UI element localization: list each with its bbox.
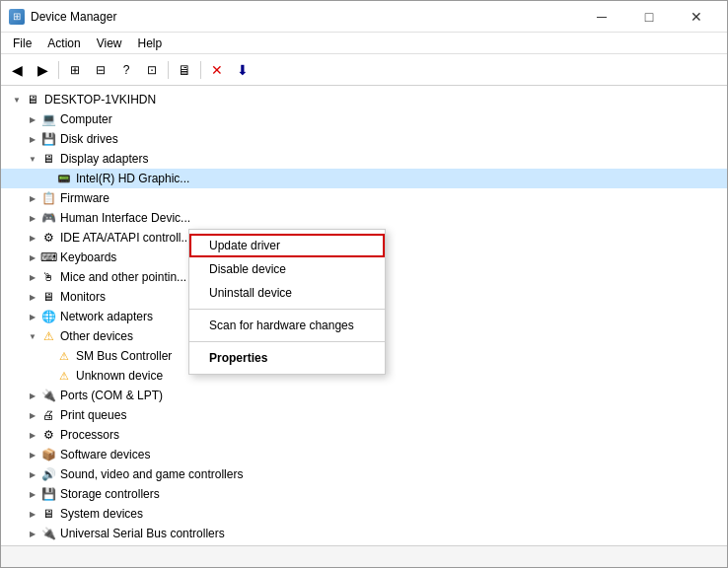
storage-icon: 💾 bbox=[40, 486, 56, 502]
expand-other[interactable]: ▼ bbox=[25, 328, 40, 344]
toolbar-update-driver[interactable]: ⊟ bbox=[89, 58, 112, 82]
tree-display-adapters[interactable]: ▼ 🖥 Display adapters bbox=[1, 149, 727, 169]
sound-label: Sound, video and game controllers bbox=[60, 467, 243, 481]
expand-usb[interactable]: ▶ bbox=[25, 526, 40, 541]
unknown-icon: ⚠ bbox=[56, 368, 72, 384]
app-icon: ⊞ bbox=[9, 9, 25, 25]
toolbar-back[interactable]: ◀ bbox=[5, 58, 29, 82]
ctx-scan-hardware[interactable]: Scan for hardware changes bbox=[189, 314, 385, 337]
software-icon: 📦 bbox=[40, 447, 56, 462]
expand-software[interactable]: ▶ bbox=[25, 447, 40, 462]
expand-keyboards[interactable]: ▶ bbox=[25, 249, 40, 265]
other-icon: ⚠ bbox=[40, 328, 56, 344]
toolbar-uninstall[interactable]: ✕ bbox=[205, 58, 229, 82]
status-bar bbox=[1, 545, 727, 567]
network-icon: 🌐 bbox=[40, 309, 56, 324]
expand-processors[interactable]: ▶ bbox=[25, 427, 40, 443]
print-icon: 🖨 bbox=[40, 407, 56, 423]
display-icon: 🖥 bbox=[40, 151, 56, 167]
computer-icon: 🖥 bbox=[25, 92, 40, 107]
usb-icon: 🔌 bbox=[40, 526, 56, 541]
tree-hid[interactable]: ▶ 🎮 Human Interface Devic... bbox=[1, 208, 727, 228]
tree-computer[interactable]: ▶ 💻 Computer bbox=[1, 109, 727, 129]
expand-root[interactable]: ▼ bbox=[9, 92, 25, 107]
tree-storage[interactable]: ▶ 💾 Storage controllers bbox=[1, 484, 727, 504]
expand-system[interactable]: ▶ bbox=[25, 506, 40, 522]
toolbar-device-manager[interactable]: ⊡ bbox=[140, 58, 164, 82]
toolbar-help[interactable]: ? bbox=[114, 58, 138, 82]
tree-firmware[interactable]: ▶ 📋 Firmware bbox=[1, 188, 727, 208]
ctx-sep-2 bbox=[189, 341, 385, 342]
menu-action[interactable]: Action bbox=[39, 35, 88, 52]
expand-smbus bbox=[40, 348, 56, 364]
intel-icon: 📟 bbox=[56, 171, 72, 186]
toolbar-monitor[interactable]: 🖥 bbox=[173, 58, 196, 82]
expand-storage[interactable]: ▶ bbox=[25, 486, 40, 502]
title-controls: ─ □ ✕ bbox=[579, 5, 719, 29]
storage-label: Storage controllers bbox=[60, 487, 160, 501]
ide-icon: ⚙ bbox=[40, 230, 56, 246]
expand-ports[interactable]: ▶ bbox=[25, 388, 40, 403]
expand-network[interactable]: ▶ bbox=[25, 309, 40, 324]
expand-hid[interactable]: ▶ bbox=[25, 210, 40, 226]
ports-label: Ports (COM & LPT) bbox=[60, 389, 163, 402]
expand-firmware[interactable]: ▶ bbox=[25, 190, 40, 206]
window-title: Device Manager bbox=[31, 10, 116, 24]
tree-software-devices[interactable]: ▶ 📦 Software devices bbox=[1, 445, 727, 464]
tree-ports[interactable]: ▶ 🔌 Ports (COM & LPT) bbox=[1, 386, 727, 405]
disk-label: Disk drives bbox=[60, 132, 118, 146]
software-label: Software devices bbox=[60, 448, 150, 462]
content-area: ▼ 🖥 DESKTOP-1VKIHDN ▶ 💻 Computer ▶ 💾 Dis… bbox=[1, 86, 727, 545]
toolbar-forward[interactable]: ▶ bbox=[31, 58, 54, 82]
keyboard-icon: ⌨ bbox=[40, 249, 56, 265]
tree-usb[interactable]: ▶ 🔌 Universal Serial Bus controllers bbox=[1, 524, 727, 543]
tree-sound[interactable]: ▶ 🔊 Sound, video and game controllers bbox=[1, 464, 727, 484]
toolbar-scan[interactable]: ⬇ bbox=[231, 58, 255, 82]
expand-mice[interactable]: ▶ bbox=[25, 269, 40, 285]
hid-label: Human Interface Devic... bbox=[60, 211, 190, 225]
ctx-properties[interactable]: Properties bbox=[189, 346, 385, 370]
toolbar-sep-2 bbox=[168, 61, 169, 79]
expand-intel bbox=[40, 171, 56, 186]
maximize-button[interactable]: □ bbox=[626, 5, 672, 29]
tree-root[interactable]: ▼ 🖥 DESKTOP-1VKIHDN bbox=[1, 90, 727, 109]
processor-icon: ⚙ bbox=[40, 427, 56, 443]
expand-disk[interactable]: ▶ bbox=[25, 131, 40, 147]
toolbar-properties[interactable]: ⊞ bbox=[63, 58, 87, 82]
tree-print[interactable]: ▶ 🖨 Print queues bbox=[1, 405, 727, 425]
expand-sound[interactable]: ▶ bbox=[25, 466, 40, 482]
menu-file[interactable]: File bbox=[5, 35, 39, 52]
close-button[interactable]: ✕ bbox=[674, 5, 719, 29]
system-icon: 🖥 bbox=[40, 506, 56, 522]
tree-system[interactable]: ▶ 🖥 System devices bbox=[1, 504, 727, 524]
expand-ide[interactable]: ▶ bbox=[25, 230, 40, 246]
minimize-button[interactable]: ─ bbox=[579, 5, 624, 29]
firmware-icon: 📋 bbox=[40, 190, 56, 206]
context-menu: Update driver Disable device Uninstall d… bbox=[188, 229, 386, 375]
disk-icon: 💾 bbox=[40, 131, 56, 147]
monitor-icon: 🖥 bbox=[40, 289, 56, 305]
intel-label: Intel(R) HD Graphic... bbox=[76, 172, 189, 185]
tree-processors[interactable]: ▶ ⚙ Processors bbox=[1, 425, 727, 445]
expand-print[interactable]: ▶ bbox=[25, 407, 40, 423]
menu-view[interactable]: View bbox=[89, 35, 130, 52]
firmware-label: Firmware bbox=[60, 191, 109, 205]
tree-intel-hd[interactable]: 📟 Intel(R) HD Graphic... bbox=[1, 169, 727, 188]
ctx-update-driver[interactable]: Update driver bbox=[189, 234, 385, 257]
ports-icon: 🔌 bbox=[40, 388, 56, 403]
usb-label: Universal Serial Bus controllers bbox=[60, 527, 225, 540]
expand-monitors[interactable]: ▶ bbox=[25, 289, 40, 305]
expand-display[interactable]: ▼ bbox=[25, 151, 40, 167]
computer-folder-icon: 💻 bbox=[40, 111, 56, 127]
expand-computer[interactable]: ▶ bbox=[25, 111, 40, 127]
mice-label: Mice and other pointin... bbox=[60, 270, 186, 284]
network-label: Network adapters bbox=[60, 310, 153, 323]
menu-help[interactable]: Help bbox=[130, 35, 171, 52]
ctx-uninstall-device[interactable]: Uninstall device bbox=[189, 281, 385, 305]
tree-disk-drives[interactable]: ▶ 💾 Disk drives bbox=[1, 129, 727, 149]
ctx-disable-device[interactable]: Disable device bbox=[189, 257, 385, 281]
title-bar: ⊞ Device Manager ─ □ ✕ bbox=[1, 1, 727, 33]
expand-unknown bbox=[40, 368, 56, 384]
system-label: System devices bbox=[60, 507, 143, 521]
sound-icon: 🔊 bbox=[40, 466, 56, 482]
